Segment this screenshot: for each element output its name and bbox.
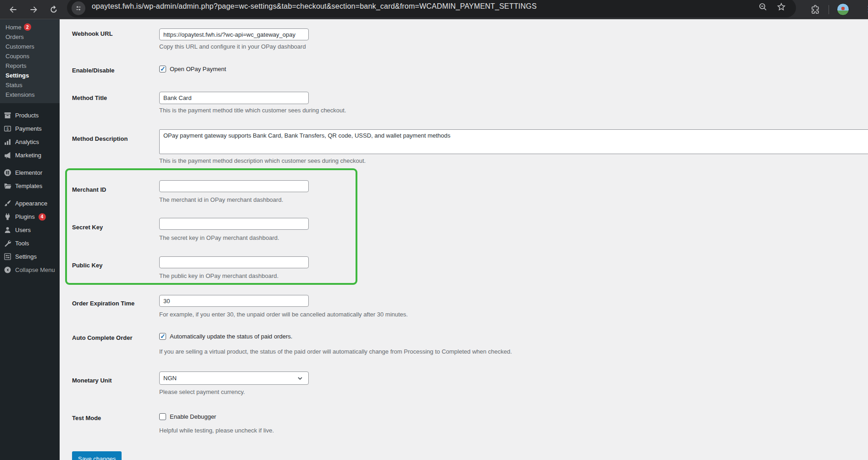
- sidebar-item-status[interactable]: Status: [0, 80, 60, 90]
- secret-key-input[interactable]: [159, 218, 309, 230]
- sidebar-item-label: Plugins: [15, 213, 35, 220]
- method-title-input[interactable]: [159, 92, 309, 104]
- reload-icon[interactable]: [49, 5, 59, 15]
- sidebar-item-analytics[interactable]: Analytics: [0, 135, 60, 149]
- home-badge: 2: [24, 23, 31, 31]
- appearance-icon: [4, 200, 11, 207]
- public-key-label: Public Key: [72, 262, 157, 269]
- test-mode-help: Helpful while testing, please uncheck if…: [159, 427, 274, 434]
- sidebar-item-label: Extensions: [6, 91, 35, 98]
- sidebar-item-settings[interactable]: Settings: [0, 250, 60, 263]
- merchant-id-label: Merchant ID: [72, 186, 157, 193]
- elementor-icon: [4, 169, 11, 177]
- enable-checkbox-row: Open OPay Payment: [159, 66, 226, 72]
- sidebar-item-label: Customers: [6, 43, 34, 50]
- sidebar-item-label: Payments: [15, 125, 42, 132]
- bookmark-star-icon[interactable]: [777, 2, 786, 11]
- sidebar-item-label: Users: [15, 227, 31, 233]
- admin-sidebar: Home 2 Orders Customers Coupons Reports …: [0, 19, 60, 460]
- sidebar-item-home[interactable]: Home 2: [0, 22, 60, 32]
- marketing-icon: [4, 151, 11, 159]
- collapse-menu-icon: [4, 266, 11, 274]
- test-mode-checkbox-row: Enable Debugger: [159, 413, 216, 420]
- public-key-input[interactable]: [159, 256, 309, 268]
- monetary-unit-label: Monetary Unit: [72, 377, 157, 384]
- webhook-url-label: Webhook URL: [72, 30, 157, 37]
- sidebar-item-customers[interactable]: Customers: [0, 42, 60, 51]
- sidebar-item-label: Analytics: [15, 139, 39, 145]
- zoom-icon[interactable]: [758, 2, 768, 11]
- sidebar-item-templates[interactable]: Templates: [0, 179, 60, 193]
- sidebar-item-orders[interactable]: Orders: [0, 32, 60, 42]
- sidebar-item-users[interactable]: Users: [0, 223, 60, 237]
- products-icon: [4, 111, 11, 119]
- sidebar-item-label: Orders: [6, 33, 24, 40]
- sidebar-item-payments[interactable]: $ Payments: [0, 122, 60, 135]
- sidebar-item-coupons[interactable]: Coupons: [0, 51, 60, 61]
- sidebar-item-appearance[interactable]: Appearance: [0, 197, 60, 210]
- sidebar-item-label: Appearance: [15, 200, 47, 207]
- sidebar-item-label: Coupons: [6, 53, 29, 60]
- sidebar-item-reports[interactable]: Reports: [0, 61, 60, 71]
- url-text[interactable]: opaytest.fwh.is/wp-admin/admin.php?page=…: [92, 2, 537, 11]
- sidebar-item-tools[interactable]: Tools: [0, 237, 60, 250]
- auto-complete-checkbox-label: Automatically update the status of paid …: [170, 333, 292, 340]
- test-mode-checkbox[interactable]: [159, 413, 166, 420]
- order-expiration-label: Order Expiration Time: [72, 300, 157, 307]
- method-title-help: This is the payment method title which c…: [159, 107, 346, 114]
- templates-icon: [4, 182, 11, 190]
- sidebar-item-label: Elementor: [15, 169, 42, 176]
- monetary-unit-select[interactable]: NGN: [159, 371, 309, 385]
- monetary-unit-help: Please select payment currency.: [159, 388, 245, 395]
- auto-complete-checkbox-row: Automatically update the status of paid …: [159, 333, 292, 340]
- sidebar-item-elementor[interactable]: Elementor: [0, 166, 60, 179]
- sidebar-item-label: Products: [15, 112, 39, 119]
- auto-complete-help: If you are selling a virtual product, th…: [159, 348, 512, 355]
- sidebar-item-label: Home: [6, 24, 22, 31]
- sidebar-item-label: Marketing: [15, 152, 41, 159]
- sidebar-item-label: Reports: [6, 62, 27, 69]
- enable-checkbox[interactable]: [159, 66, 166, 72]
- order-expiration-help: For example, if you enter 30, the unpaid…: [159, 311, 408, 318]
- secret-key-help: The secret key in OPay merchant dashboar…: [159, 234, 279, 241]
- merchant-id-help: The merchant id in OPay merchant dashboa…: [159, 196, 283, 203]
- enable-checkbox-label: Open OPay Payment: [170, 66, 226, 72]
- merchant-id-input[interactable]: [159, 180, 309, 192]
- plugins-icon: [4, 213, 11, 221]
- woocommerce-submenu: Home 2 Orders Customers Coupons Reports …: [0, 19, 60, 103]
- method-title-label: Method Title: [72, 94, 157, 101]
- address-bar[interactable]: opaytest.fwh.is/wp-admin/admin.php?page=…: [67, 0, 796, 17]
- public-key-help: The public key in OPay merchant dashboar…: [159, 272, 278, 279]
- sidebar-item-settings-current[interactable]: Settings: [0, 71, 60, 80]
- webhook-url-input[interactable]: [159, 28, 309, 40]
- payments-icon: $: [4, 125, 11, 133]
- profile-avatar[interactable]: [837, 3, 849, 16]
- settings-form: Webhook URL Copy this URL and configure …: [60, 19, 868, 460]
- forward-icon[interactable]: [28, 5, 39, 15]
- browser-menu-icon[interactable]: ⋮: [864, 4, 868, 14]
- order-expiration-input[interactable]: [159, 295, 309, 307]
- tools-icon: [4, 239, 11, 247]
- sidebar-item-products[interactable]: Products: [0, 109, 60, 122]
- sidebar-item-label: Collapse Menu: [15, 266, 55, 273]
- auto-complete-checkbox[interactable]: [159, 333, 166, 340]
- extensions-puzzle-icon[interactable]: [810, 5, 820, 15]
- sidebar-item-label: Settings: [15, 253, 37, 260]
- method-description-label: Method Description: [72, 135, 157, 142]
- toolbar-separator: [829, 5, 829, 14]
- sidebar-item-plugins[interactable]: Plugins 4: [0, 210, 60, 223]
- site-settings-icon[interactable]: [72, 1, 85, 15]
- svg-text:$: $: [6, 127, 9, 131]
- settings-icon: [4, 253, 11, 260]
- users-icon: [4, 226, 11, 234]
- back-icon[interactable]: [8, 5, 18, 15]
- method-description-textarea[interactable]: OPay payment gateway supports Bank Card,…: [159, 129, 868, 154]
- sidebar-item-extensions[interactable]: Extensions: [0, 90, 60, 100]
- sidebar-item-collapse-menu[interactable]: Collapse Menu: [0, 263, 60, 277]
- save-changes-button[interactable]: Save changes: [72, 451, 122, 460]
- analytics-icon: [4, 138, 11, 146]
- sidebar-item-label: Templates: [15, 183, 42, 189]
- plugins-badge: 4: [39, 213, 46, 221]
- sidebar-item-marketing[interactable]: Marketing: [0, 149, 60, 162]
- sidebar-item-label: Status: [6, 82, 22, 89]
